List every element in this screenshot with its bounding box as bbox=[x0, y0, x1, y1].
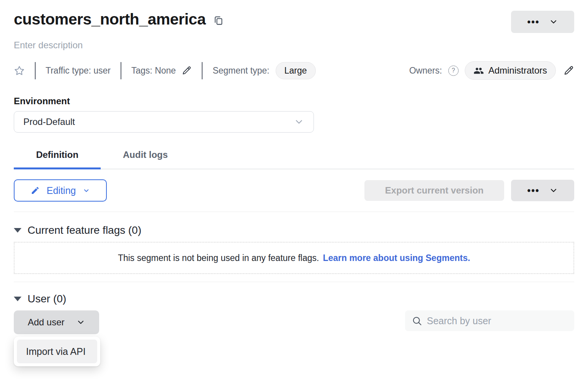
copy-icon[interactable] bbox=[213, 15, 224, 26]
chevron-down-icon bbox=[76, 318, 85, 327]
ellipsis-icon: ••• bbox=[527, 186, 539, 195]
owners-chip[interactable]: Administrators bbox=[465, 61, 556, 80]
environment-label: Environment bbox=[14, 96, 574, 107]
toolbar-right-group: Export current version ••• bbox=[364, 180, 574, 201]
segment-type-label: Segment type: bbox=[212, 66, 269, 76]
meta-row: Traffic type: user Tags: None Segment ty… bbox=[14, 61, 574, 80]
segment-type-badge: Large bbox=[276, 62, 316, 79]
triangle-down-icon bbox=[14, 297, 21, 301]
header-more-menu-button[interactable]: ••• bbox=[511, 11, 574, 33]
owners-value: Administrators bbox=[488, 65, 547, 76]
feature-flags-heading: Current feature flags (0) bbox=[28, 224, 141, 236]
owners-label: Owners: bbox=[409, 66, 442, 76]
feature-flags-empty-state: This segment is not being used in any fe… bbox=[14, 242, 574, 274]
traffic-type-label: Traffic type: user bbox=[46, 66, 111, 76]
empty-message: This segment is not being used in any fe… bbox=[118, 253, 319, 263]
vertical-divider bbox=[35, 62, 36, 79]
owners-group: Owners: ? Administrators bbox=[409, 61, 574, 80]
chevron-down-icon bbox=[83, 187, 90, 194]
editing-label: Editing bbox=[47, 185, 76, 196]
star-icon[interactable] bbox=[14, 65, 25, 76]
description-placeholder[interactable]: Enter description bbox=[14, 40, 574, 51]
help-icon[interactable]: ? bbox=[448, 66, 459, 76]
search-icon bbox=[412, 316, 422, 326]
feature-flags-section-toggle[interactable]: Current feature flags (0) bbox=[14, 224, 141, 236]
user-search[interactable] bbox=[405, 310, 574, 331]
add-user-menu: Import via API bbox=[14, 336, 100, 366]
edit-owners-pencil-icon[interactable] bbox=[564, 65, 574, 76]
chevron-down-icon bbox=[549, 186, 558, 195]
definition-more-menu-button[interactable]: ••• bbox=[511, 180, 574, 201]
editing-status-button[interactable]: Editing bbox=[14, 179, 107, 202]
vertical-divider bbox=[202, 62, 203, 79]
user-heading: User (0) bbox=[28, 293, 66, 305]
menu-item-import-via-api[interactable]: Import via API bbox=[17, 340, 97, 363]
vertical-divider bbox=[121, 62, 121, 79]
page-title: customers_north_america bbox=[14, 11, 206, 28]
learn-more-link[interactable]: Learn more about using Segments. bbox=[323, 253, 470, 263]
export-current-version-button[interactable]: Export current version bbox=[364, 180, 504, 201]
add-user-label: Add user bbox=[28, 317, 64, 328]
environment-select[interactable]: Prod-Default bbox=[14, 111, 314, 133]
people-icon bbox=[474, 66, 484, 76]
edit-tags-pencil-icon[interactable] bbox=[182, 66, 192, 75]
chevron-down-icon bbox=[294, 117, 304, 127]
chevron-down-icon bbox=[549, 17, 558, 26]
add-user-dropdown: Add user Import via API bbox=[14, 310, 99, 334]
triangle-down-icon bbox=[14, 228, 21, 233]
tab-definition[interactable]: Definition bbox=[14, 149, 101, 169]
page-header: customers_north_america ••• bbox=[14, 0, 574, 33]
tab-audit-logs[interactable]: Audit logs bbox=[123, 149, 168, 169]
tags-label: Tags: None bbox=[131, 66, 176, 76]
divider bbox=[14, 212, 574, 212]
search-by-user-input[interactable] bbox=[426, 315, 567, 327]
environment-selected-value: Prod-Default bbox=[23, 117, 75, 127]
segment-detail-page: customers_north_america ••• Enter descri… bbox=[0, 0, 588, 334]
user-section-toggle[interactable]: User (0) bbox=[14, 293, 66, 305]
user-controls-row: Add user Import via API bbox=[14, 310, 574, 334]
add-user-button[interactable]: Add user bbox=[14, 310, 99, 334]
divider bbox=[14, 282, 574, 282]
pencil-icon bbox=[31, 186, 40, 195]
definition-toolbar: Editing Export current version ••• bbox=[14, 179, 574, 202]
tab-bar: Definition Audit logs bbox=[14, 149, 574, 169]
title-group: customers_north_america bbox=[14, 11, 224, 28]
ellipsis-icon: ••• bbox=[527, 17, 539, 27]
